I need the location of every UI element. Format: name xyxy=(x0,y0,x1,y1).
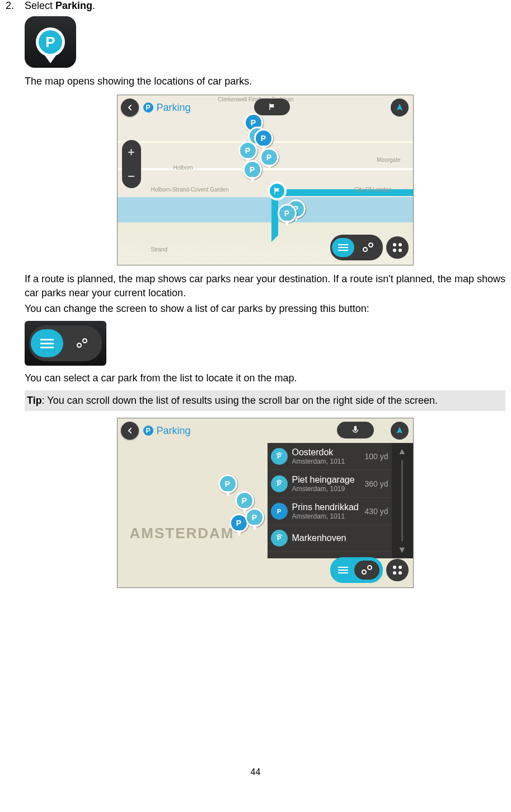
parking-p-icon: P xyxy=(143,102,153,113)
scroll-track[interactable] xyxy=(401,460,403,542)
step-number: 2. xyxy=(6,0,25,12)
paragraph-4: You can select a car park from the list … xyxy=(25,371,505,385)
map-label: Moorgate xyxy=(377,157,400,163)
scroll-up-icon[interactable]: ▲ xyxy=(398,446,407,456)
parking-covered-pin-icon[interactable]: P xyxy=(218,474,237,493)
tip-text: : You can scroll down the list of result… xyxy=(42,395,438,406)
destination-marker xyxy=(268,181,287,200)
result-address: Amsterdam, 1011 xyxy=(292,458,360,465)
navigation-arrow-icon xyxy=(395,426,404,435)
map-list-toggle[interactable] xyxy=(330,235,383,260)
result-distance: 360 yd xyxy=(364,479,388,488)
parking-covered-pin-icon[interactable]: P xyxy=(238,141,257,160)
screen-title-text: Parking xyxy=(157,102,191,114)
parking-app-icon: P xyxy=(25,16,76,68)
zoom-out-button[interactable] xyxy=(128,169,135,184)
pins-icon xyxy=(363,567,370,573)
list-icon xyxy=(40,343,54,344)
voice-search-button[interactable] xyxy=(337,422,374,438)
parking-covered-icon: P xyxy=(271,530,288,547)
back-button[interactable] xyxy=(121,99,139,116)
destination-tab[interactable] xyxy=(254,99,290,115)
microphone-icon xyxy=(350,425,360,435)
result-address: Amsterdam, 1019 xyxy=(292,485,360,493)
results-scrollbar[interactable]: ▲ ▼ xyxy=(392,443,413,558)
list-icon xyxy=(338,570,348,571)
paragraph-2: If a route is planned, the map shows car… xyxy=(25,272,505,300)
parking-covered-pin-icon[interactable]: P xyxy=(235,491,254,510)
list-toggle-button-image xyxy=(25,321,106,366)
map-list-toggle[interactable] xyxy=(29,325,102,361)
result-row[interactable]: PMarkenhoven xyxy=(268,525,392,552)
step-suffix: . xyxy=(92,0,95,11)
parking-covered-pin-icon[interactable]: P xyxy=(245,508,264,527)
result-name: Markenhoven xyxy=(292,533,384,543)
parking-pin-icon[interactable]: P xyxy=(254,129,273,148)
result-address: Amsterdam, 1011 xyxy=(292,512,360,520)
parking-covered-icon: P xyxy=(271,475,288,492)
main-menu-button[interactable] xyxy=(386,236,409,259)
svg-text:P: P xyxy=(277,508,281,515)
map-label: Strand xyxy=(151,246,167,253)
results-panel: POosterdokAmsterdam, 1011100 ydPPiet hei… xyxy=(268,443,413,558)
svg-text:P: P xyxy=(277,535,281,542)
scroll-down-icon[interactable]: ▼ xyxy=(398,545,407,555)
step-bold: Parking xyxy=(55,0,92,11)
parking-covered-icon: P xyxy=(271,448,288,465)
step-text: Select Parking. xyxy=(25,0,505,12)
recentre-button[interactable] xyxy=(391,422,409,440)
letter-p-icon: P xyxy=(39,30,62,54)
parking-covered-pin-icon[interactable]: P xyxy=(243,160,262,179)
map-label: City Of London xyxy=(354,186,392,193)
recentre-button[interactable] xyxy=(391,99,409,116)
paragraph-3: You can change the screen to show a list… xyxy=(25,302,505,315)
result-text: OosterdokAmsterdam, 1011 xyxy=(292,447,360,465)
result-text: Markenhoven xyxy=(292,533,384,543)
zoom-in-button[interactable] xyxy=(128,145,135,160)
svg-text:P: P xyxy=(277,480,281,487)
back-button[interactable] xyxy=(121,422,139,440)
screen-title: P Parking xyxy=(143,425,191,437)
pins-icon xyxy=(78,340,85,347)
pin-icon: P xyxy=(36,27,65,57)
result-name: Piet heingarage xyxy=(292,475,360,485)
result-name: Oosterdok xyxy=(292,447,360,458)
parking-map-view-screenshot: Clerkenwell Finsbury Barbican Holborn Ho… xyxy=(117,95,414,265)
screen-title-text: Parking xyxy=(157,425,191,437)
map-list-toggle[interactable] xyxy=(330,557,383,583)
result-text: Prins hendrikkadAmsterdam, 1011 xyxy=(292,502,360,520)
result-row[interactable]: PPiet heingarageAmsterdam, 1019360 yd xyxy=(268,470,392,498)
parking-covered-pin-icon[interactable]: P xyxy=(278,204,297,223)
parking-list-view-screenshot: AMSTERDAM P P P P P Parking xyxy=(117,418,414,588)
result-row[interactable]: POosterdokAmsterdam, 1011100 yd xyxy=(268,443,392,470)
result-text: Piet heingarageAmsterdam, 1019 xyxy=(292,475,360,493)
parking-p-icon: P xyxy=(143,426,153,436)
result-name: Prins hendrikkad xyxy=(292,502,360,512)
tip-label: Tip xyxy=(27,395,42,406)
map-city-label: AMSTERDAM xyxy=(130,525,235,542)
parking-covered-pin-icon[interactable]: P xyxy=(260,148,279,167)
navigation-arrow-icon xyxy=(395,103,404,112)
map-label: Holborn-Strand-Covent Garden xyxy=(151,186,229,193)
zoom-control xyxy=(122,140,141,188)
screen-title: P Parking xyxy=(143,102,191,114)
svg-text:P: P xyxy=(277,453,281,460)
tip-box: Tip: You can scroll down the list of res… xyxy=(25,390,505,411)
page-number: 44 xyxy=(6,767,505,777)
result-row[interactable]: PPrins hendrikkadAmsterdam, 1011430 yd xyxy=(268,498,392,525)
chevron-left-icon xyxy=(125,103,134,112)
result-distance: 100 yd xyxy=(364,452,388,461)
main-menu-button[interactable] xyxy=(386,559,409,581)
result-distance: 430 yd xyxy=(364,507,388,516)
parking-open-icon: P xyxy=(271,503,288,520)
flag-icon xyxy=(268,102,276,111)
map-label: Holborn xyxy=(174,165,193,171)
paragraph-1: The map opens showing the locations of c… xyxy=(25,74,505,88)
step-2: 2. Select Parking. xyxy=(6,0,505,12)
pins-icon xyxy=(364,244,371,251)
chevron-left-icon xyxy=(125,426,134,435)
list-icon xyxy=(338,247,348,248)
step-prefix: Select xyxy=(25,0,55,11)
